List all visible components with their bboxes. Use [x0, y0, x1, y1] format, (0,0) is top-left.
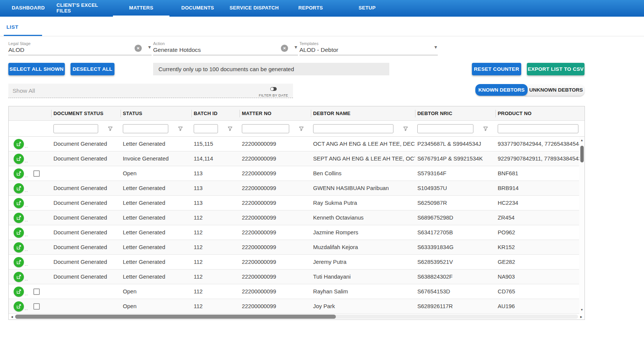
column-debtor-name[interactable]: DEBTOR NAME — [311, 106, 415, 120]
filter-by-date-toggle-icon[interactable] — [270, 87, 277, 91]
filter-input-product-no[interactable] — [498, 124, 578, 133]
nav-tab-documents[interactable]: DOCUMENTS — [169, 0, 226, 17]
scroll-up-icon[interactable]: ▲ — [580, 138, 583, 143]
cell-debtor-nric: S633391834G — [415, 240, 495, 254]
open-document-icon[interactable] — [14, 139, 24, 149]
truncation-dots: .. — [25, 202, 28, 208]
cell-document-status — [51, 166, 121, 181]
deselect-all-button[interactable]: DESELECT ALL — [71, 63, 114, 75]
table-filter-row — [9, 121, 584, 137]
filter-input-document-status[interactable] — [53, 124, 98, 133]
open-document-icon[interactable] — [14, 257, 24, 267]
filter-icon[interactable] — [227, 126, 233, 131]
cell-debtor-name: Jazmine Rompers — [311, 225, 415, 240]
open-document-icon[interactable] — [14, 183, 24, 193]
cell-document-status — [51, 299, 121, 313]
chevron-down-icon[interactable]: ▾ — [148, 44, 151, 50]
top-navigation: DASHBOARD CLIENT'S EXCEL FILES MATTERS D… — [0, 0, 644, 17]
open-document-icon[interactable] — [14, 301, 24, 312]
vertical-scroll-thumb[interactable] — [580, 146, 584, 162]
table-header: DOCUMENT STATUS STATUS BATCH ID MATTER N… — [9, 106, 584, 121]
cell-document-status: Document Generated — [51, 196, 121, 210]
horizontal-scrollbar[interactable]: ◄ ► — [9, 314, 584, 320]
debtors-table: DOCUMENT STATUS STATUS BATCH ID MATTER N… — [8, 106, 585, 320]
select-all-shown-button[interactable]: SELECT ALL SHOWN — [8, 63, 65, 75]
cell-debtor-nric: S628539521V — [415, 255, 495, 269]
row-checkbox[interactable] — [33, 170, 40, 177]
cell-batch-id: 113 — [191, 166, 240, 181]
open-document-icon[interactable] — [14, 228, 24, 238]
filter-input-matter-no[interactable] — [242, 124, 289, 133]
open-document-icon[interactable] — [14, 287, 24, 297]
row-checkbox[interactable] — [33, 288, 40, 295]
cell-debtor-nric: S634172705B — [415, 225, 495, 240]
legal-stage-select[interactable]: Legal Stage ALOD ✕ ▾ — [8, 41, 152, 55]
open-document-icon[interactable] — [14, 154, 24, 164]
nav-tab-service-dispatch[interactable]: SERVICE DISPATCH — [226, 0, 282, 17]
filter-input-debtor-nric[interactable] — [417, 124, 473, 133]
show-all-field[interactable]: Show All FILTER BY DATE — [8, 84, 293, 98]
scroll-right-icon[interactable]: ► — [580, 315, 583, 319]
scroll-down-icon[interactable]: ▼ — [580, 308, 583, 312]
column-debtor-nric[interactable]: DEBTOR NRIC — [415, 106, 495, 120]
nav-tab-matters[interactable]: MATTERS — [113, 0, 169, 17]
filter-input-batch-id[interactable] — [194, 124, 218, 133]
filter-icon[interactable] — [483, 126, 488, 131]
column-matter-no[interactable]: MATTER NO — [240, 106, 311, 120]
cell-document-status: Document Generated — [51, 240, 121, 254]
cell-status: Open — [121, 299, 191, 313]
nav-tab-setup[interactable]: SETUP — [339, 0, 395, 17]
chevron-down-icon[interactable]: ▾ — [295, 44, 297, 50]
templates-label: Templates — [299, 41, 318, 46]
cell-matter-no: 22200000099 — [240, 299, 311, 313]
cell-product-no: AU196 — [495, 299, 579, 313]
templates-select[interactable]: Templates ALOD - Debtor ▾ — [299, 41, 438, 55]
open-document-icon[interactable] — [14, 168, 24, 179]
cell-batch-id: 112 — [191, 284, 240, 299]
filter-icon[interactable] — [108, 126, 113, 131]
horizontal-scroll-track[interactable] — [15, 315, 578, 319]
cell-status: Letter Generated — [121, 210, 191, 225]
cell-product-no: 93377907842944, 7726543845445 — [495, 137, 579, 151]
reset-counter-button[interactable]: RESET COUNTER — [472, 63, 521, 75]
export-list-csv-button[interactable]: EXPORT LIST TO CSV — [527, 63, 584, 75]
clear-icon[interactable]: ✕ — [281, 45, 288, 52]
scroll-left-icon[interactable]: ◄ — [10, 315, 14, 319]
filter-icon[interactable] — [299, 126, 304, 131]
action-select[interactable]: Action Generate Hotdocs ✕ ▾ — [153, 41, 298, 55]
nav-tab-dashboard[interactable]: DASHBOARD — [0, 0, 56, 17]
vertical-scrollbar[interactable]: ▲ ▼ — [579, 137, 584, 314]
tab-unknown-debtors[interactable]: UNKNOWN DEBTORS — [525, 84, 584, 96]
cell-status: Letter Generated — [121, 240, 191, 254]
open-document-icon[interactable] — [14, 213, 24, 223]
filter-input-status[interactable] — [123, 124, 168, 133]
chevron-down-icon[interactable]: ▾ — [434, 44, 437, 50]
row-checkbox[interactable] — [33, 303, 40, 310]
filter-icon[interactable] — [403, 126, 408, 131]
cell-debtor-name: Kenneth Octavianus — [311, 210, 415, 225]
cell-batch-id: 112 — [191, 255, 240, 269]
tab-known-debtors[interactable]: KNOWN DEBTORS — [475, 84, 528, 96]
open-document-icon[interactable] — [14, 272, 24, 282]
horizontal-scroll-thumb[interactable] — [15, 315, 336, 319]
open-document-icon[interactable] — [14, 198, 24, 208]
table-row: .. Document Generated Letter Generated 1… — [9, 196, 579, 210]
cell-matter-no: 22200000099 — [240, 181, 311, 195]
filter-input-debtor-name[interactable] — [313, 124, 393, 133]
nav-tab-reports[interactable]: REPORTS — [282, 0, 339, 17]
filter-icon[interactable] — [178, 126, 183, 131]
column-document-status[interactable]: DOCUMENT STATUS — [51, 106, 121, 120]
cell-batch-id: 113 — [191, 181, 240, 195]
nav-tab-clients-excel[interactable]: CLIENT'S EXCEL FILES — [56, 0, 113, 17]
column-status[interactable]: STATUS — [121, 106, 191, 120]
open-document-icon[interactable] — [14, 242, 24, 252]
cell-product-no: HC2234 — [495, 196, 579, 210]
clear-icon[interactable]: ✕ — [135, 45, 142, 52]
cell-status: Letter Generated — [121, 181, 191, 195]
cell-status: Letter Generated — [121, 196, 191, 210]
cell-product-no: CD765 — [495, 284, 579, 299]
table-row: .. Open 113 22200000099 Ben Collins S579… — [9, 166, 579, 181]
tab-list[interactable]: LIST — [4, 17, 42, 36]
column-product-no[interactable]: PRODUCT NO — [495, 106, 584, 120]
column-batch-id[interactable]: BATCH ID — [191, 106, 240, 120]
